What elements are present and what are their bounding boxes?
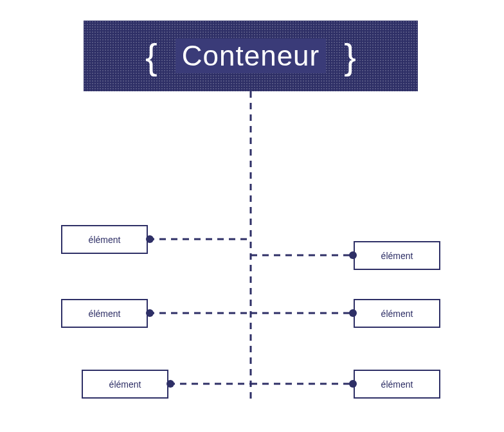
element-box-right-1: élément [354, 241, 440, 270]
element-box-left-2: élément [61, 299, 148, 328]
connector-dot [349, 251, 357, 259]
element-label: élément [381, 309, 413, 319]
container-label: Conteneur [176, 39, 326, 73]
connector-dot [166, 380, 174, 388]
element-label: élément [109, 379, 141, 390]
connector-dot [349, 309, 357, 317]
element-box-left-1: élément [61, 225, 148, 254]
brace-close: } [344, 35, 356, 77]
element-box-left-3: élément [82, 370, 168, 399]
connector-dot [349, 380, 357, 388]
connector-dot [146, 235, 154, 243]
brace-open: { [145, 35, 158, 77]
element-box-right-3: élément [354, 370, 440, 399]
container-box: { Conteneur } [84, 21, 418, 91]
connector-dot [146, 309, 154, 317]
element-label: élément [381, 251, 413, 261]
element-label: élément [89, 309, 121, 319]
element-label: élément [89, 235, 121, 245]
element-box-right-2: élément [354, 299, 440, 328]
element-label: élément [381, 379, 413, 390]
